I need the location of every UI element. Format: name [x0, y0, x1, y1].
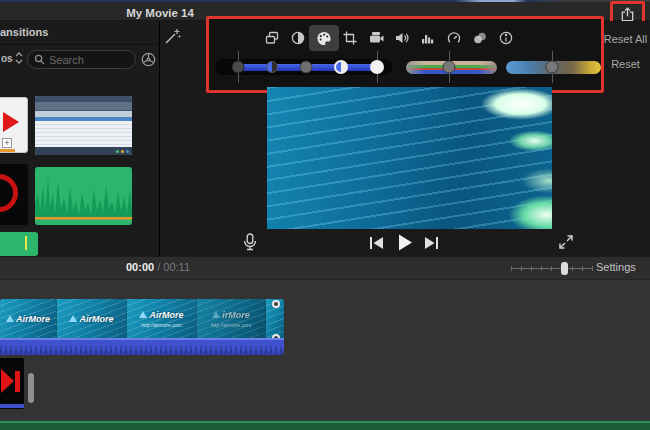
info-icon[interactable] [498, 30, 514, 46]
color-balance-icon[interactable] [290, 30, 306, 46]
fullscreen-icon[interactable] [558, 234, 574, 250]
airmore-logo-icon [6, 315, 14, 322]
voiceover-mic-icon[interactable] [242, 233, 258, 253]
video-preview[interactable] [267, 87, 552, 229]
color-adjust-panel [206, 16, 604, 93]
background-music-track[interactable] [0, 421, 650, 430]
clip-marker [25, 236, 27, 250]
clip-connect-dot[interactable] [272, 300, 280, 308]
temperature-handle[interactable] [546, 61, 559, 74]
sort-chevrons-icon [15, 52, 23, 64]
window-title: My Movie 14 [126, 7, 194, 19]
media-thumbnail-arrow-clip[interactable]: + [0, 97, 28, 153]
airmore-video-clip[interactable]: AirMore AirMore AirMore http://airmore.c… [0, 299, 284, 338]
waveform-graphic [35, 167, 132, 225]
play-button[interactable] [396, 233, 414, 252]
clip-segment[interactable]: AirMore [57, 299, 127, 338]
skip-to-end-button[interactable] [424, 236, 439, 250]
imovie-window: My Movie 14 ansitions os [0, 0, 650, 430]
media-thumbnail-screenshot-clip[interactable] [35, 96, 132, 155]
effects-icon[interactable] [472, 30, 488, 46]
auto-enhance-wand-icon[interactable] [164, 28, 181, 45]
red-bar-graphic [15, 371, 20, 392]
clip-audio-strip [0, 404, 24, 408]
black-point-handle[interactable] [232, 61, 245, 74]
red-ring-graphic [0, 174, 18, 212]
color-correction-icon[interactable] [316, 30, 332, 46]
favorite-mark [0, 149, 15, 152]
media-thumbnail-green-clip[interactable] [0, 232, 38, 256]
midtones-handle[interactable] [300, 61, 313, 74]
timeline-settings-button[interactable]: Settings [596, 261, 636, 273]
arrow-video-clip[interactable] [0, 358, 24, 409]
red-arrow-graphic [3, 112, 19, 132]
clip-filter-icon[interactable] [137, 48, 159, 70]
clip-segment[interactable]: AirMore http://airmore.com [127, 299, 197, 338]
airmore-audio-track[interactable] [0, 338, 284, 355]
reset-button[interactable]: Reset [601, 58, 650, 70]
media-thumbnail-audio-waveform[interactable] [35, 167, 132, 225]
airmore-logo-icon [212, 311, 220, 318]
reset-all-button[interactable]: Reset All [601, 33, 650, 45]
timeline-area[interactable]: AirMore AirMore AirMore http://airmore.c… [0, 280, 650, 430]
thumb-window-statusbar [35, 147, 132, 155]
zoom-slider-handle[interactable] [561, 262, 568, 275]
tab-transitions[interactable]: ansitions [0, 26, 48, 38]
clip-segment[interactable]: AirMore [0, 299, 57, 338]
search-box[interactable] [27, 50, 136, 69]
search-input[interactable] [49, 54, 127, 66]
clip-segment[interactable]: irMore http://airmore.com [197, 299, 266, 338]
share-icon[interactable] [620, 7, 635, 22]
thumb-window-toolbar [35, 102, 132, 111]
crop-icon[interactable] [342, 30, 358, 46]
highlights-handle[interactable] [334, 60, 348, 74]
add-to-timeline-button[interactable]: + [2, 138, 12, 148]
clip-trim-handle[interactable] [28, 373, 34, 403]
white-point-handle[interactable] [370, 60, 384, 74]
thumb-window-rows [35, 121, 132, 147]
media-kind-label: os [1, 53, 13, 64]
shadows-handle[interactable] [266, 61, 278, 73]
airmore-logo-icon [139, 311, 147, 318]
total-duration: 00:11 [163, 261, 190, 273]
skip-to-start-button[interactable] [369, 236, 384, 250]
red-arrow-graphic [1, 369, 14, 393]
audio-waveform [0, 346, 284, 354]
search-icon [34, 54, 45, 65]
timecode-display: 00:00 / 00:11 [126, 261, 190, 273]
stabilization-icon[interactable] [368, 30, 384, 46]
speed-icon[interactable] [446, 30, 462, 46]
media-thumbnail-circle-clip[interactable] [0, 164, 28, 225]
media-kind-dropdown[interactable]: os [1, 52, 23, 64]
media-browser-panel: ansitions os [0, 21, 160, 256]
overlay-icon[interactable] [264, 30, 280, 46]
divider [0, 44, 160, 45]
thumb-status-dots [116, 150, 129, 153]
saturation-handle[interactable] [443, 61, 456, 74]
current-time: 00:00 [126, 261, 154, 273]
airmore-logo-icon [69, 315, 77, 322]
noise-reduction-icon[interactable] [420, 30, 436, 46]
volume-icon[interactable] [394, 30, 410, 46]
timeline-zoom-slider[interactable] [511, 262, 593, 275]
